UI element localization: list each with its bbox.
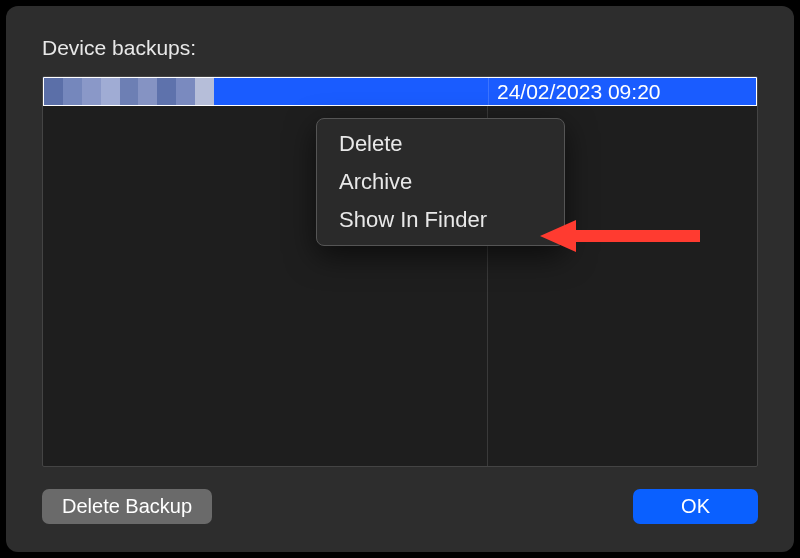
button-row: Delete Backup OK	[42, 489, 758, 524]
ok-button[interactable]: OK	[633, 489, 758, 524]
menu-show-in-finder[interactable]: Show In Finder	[317, 201, 564, 239]
delete-backup-button[interactable]: Delete Backup	[42, 489, 212, 524]
dialog-title: Device backups:	[42, 36, 758, 60]
menu-delete[interactable]: Delete	[317, 125, 564, 163]
backup-date-cell: 24/02/2023 09:20	[488, 78, 756, 105]
backup-row-selected[interactable]: 24/02/2023 09:20	[43, 77, 757, 106]
backup-name-cell	[44, 78, 488, 105]
dialog-window: Device backups: 24/02/2023 09:20 Delete …	[6, 6, 794, 552]
menu-archive[interactable]: Archive	[317, 163, 564, 201]
context-menu: Delete Archive Show In Finder	[316, 118, 565, 246]
redacted-name	[44, 78, 214, 105]
